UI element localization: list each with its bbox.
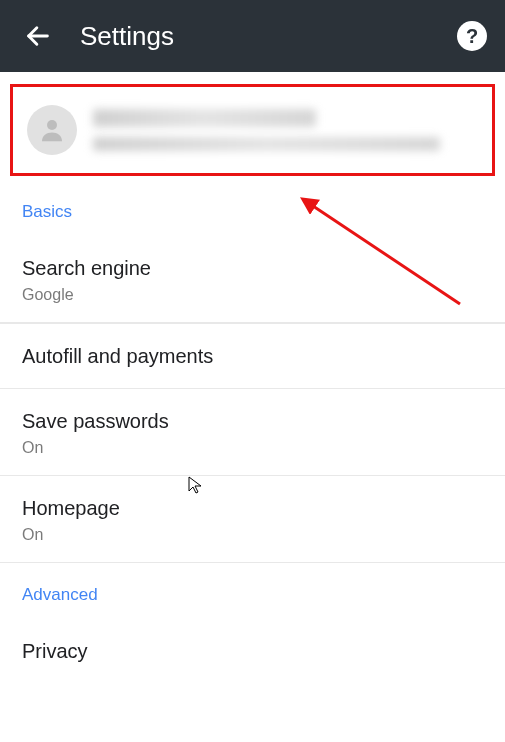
setting-autofill-payments[interactable]: Autofill and payments — [0, 323, 505, 389]
account-email-redacted — [93, 137, 440, 151]
item-title: Save passwords — [22, 407, 483, 435]
setting-homepage[interactable]: Homepage On — [0, 476, 505, 563]
help-icon[interactable]: ? — [457, 21, 487, 51]
back-icon[interactable] — [18, 16, 58, 56]
setting-save-passwords[interactable]: Save passwords On — [0, 389, 505, 476]
app-header: Settings ? — [0, 0, 505, 72]
svg-point-1 — [47, 120, 57, 130]
setting-search-engine[interactable]: Search engine Google — [0, 236, 505, 323]
item-title: Search engine — [22, 254, 483, 282]
page-title: Settings — [80, 21, 457, 52]
account-row[interactable] — [10, 84, 495, 176]
item-title: Privacy — [22, 637, 483, 665]
item-title: Autofill and payments — [22, 342, 483, 370]
settings-content: Basics Search engine Google Autofill and… — [0, 84, 505, 693]
item-title: Homepage — [22, 494, 483, 522]
item-sub: Google — [22, 286, 483, 304]
setting-privacy[interactable]: Privacy — [0, 619, 505, 693]
section-advanced-header: Advanced — [0, 563, 505, 619]
account-name-redacted — [93, 109, 316, 127]
section-basics-header: Basics — [0, 194, 505, 236]
item-sub: On — [22, 526, 483, 544]
avatar — [27, 105, 77, 155]
item-sub: On — [22, 439, 483, 457]
account-text — [93, 109, 478, 151]
